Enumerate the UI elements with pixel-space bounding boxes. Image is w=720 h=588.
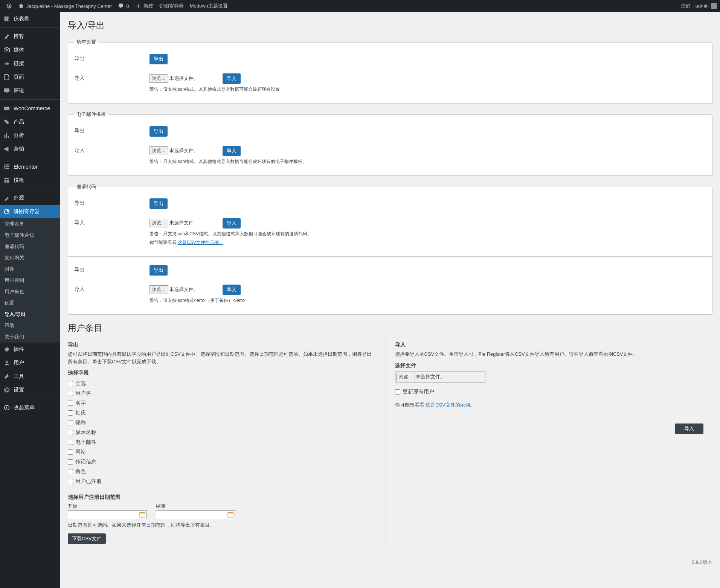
- admin-bar-right[interactable]: 您好，admin: [681, 3, 717, 9]
- sub-attachments[interactable]: 附件: [0, 264, 60, 275]
- menu-tools[interactable]: 工具: [0, 370, 60, 383]
- invite-browse-button[interactable]: 浏览…: [149, 219, 168, 227]
- import-file-input[interactable]: 浏览…未选择文件。: [395, 372, 485, 382]
- menu-products[interactable]: 产品: [0, 115, 60, 129]
- site-name[interactable]: Jacqueline - Massage Theraphy Center: [15, 0, 115, 12]
- legend-all: 所有设置: [74, 39, 98, 46]
- sub-about[interactable]: 关于我们: [0, 331, 60, 343]
- backup-import-button[interactable]: 导入: [223, 285, 241, 295]
- all-export-button[interactable]: 导出: [149, 54, 168, 64]
- user-import-button[interactable]: 导入: [675, 423, 703, 434]
- sub-user-control[interactable]: 用户控制: [0, 275, 60, 286]
- avatar: [711, 3, 717, 9]
- all-warn: 警告：仅支持json格式。以其他格式导入数据可能会破坏现有设置: [149, 86, 702, 93]
- sub-manage-form[interactable]: 管理表单: [0, 218, 60, 230]
- comments-count[interactable]: 0: [115, 0, 132, 12]
- plugins-icon: [3, 346, 11, 353]
- pie-submenu: 管理表单 电子邮件通知 邀请代码 支付网关 附件 用户控制 用户角色 设置 导入…: [0, 218, 60, 343]
- elementor-icon: [3, 163, 11, 171]
- menu-links[interactable]: 链接: [0, 57, 60, 70]
- wp-logo[interactable]: [3, 0, 15, 12]
- backup-browse-button[interactable]: 浏览…: [149, 285, 168, 294]
- start-date-input[interactable]: [68, 510, 147, 519]
- menu-pie-register[interactable]: 饼图寄存器: [0, 205, 60, 218]
- tools-icon: [3, 373, 11, 380]
- menu-appearance[interactable]: 外观: [0, 191, 60, 205]
- menu-analytics[interactable]: 分析: [0, 129, 60, 142]
- admin-bar: Jacqueline - Massage Theraphy Center 0 新…: [0, 0, 720, 12]
- menu-media[interactable]: 媒体: [0, 43, 60, 57]
- menu-plugins[interactable]: 插件: [0, 343, 60, 356]
- sub-user-role[interactable]: 用户角色: [0, 286, 60, 297]
- end-date-input[interactable]: [156, 510, 235, 519]
- download-csv-button[interactable]: 下载CSV文件: [68, 533, 106, 544]
- field-nickname[interactable]: 昵称: [68, 418, 377, 428]
- svg-point-0: [6, 49, 8, 51]
- menu-woocommerce[interactable]: WooCommerce: [0, 102, 60, 115]
- pie-register-bar[interactable]: 饼图寄存器: [156, 0, 187, 12]
- sub-import-export[interactable]: 导入/导出: [0, 309, 60, 320]
- legend-email: 电子邮件模板: [74, 111, 108, 118]
- svg-rect-12: [228, 512, 233, 513]
- wp-version: 5.9.3版本: [68, 559, 712, 566]
- menu-marketing[interactable]: 营销: [0, 142, 60, 156]
- main-content: 导入/导出 所有设置 导出导出 导入 浏览…未选择文件。 导入 警告：仅支持js…: [60, 12, 720, 588]
- email-browse-button[interactable]: 浏览…: [149, 146, 168, 155]
- menu-pages[interactable]: 页面: [0, 70, 60, 84]
- svg-rect-4: [6, 166, 9, 167]
- home-icon: [18, 3, 24, 9]
- user-entries-title: 用户条目: [68, 322, 712, 334]
- email-export-button[interactable]: 导出: [149, 126, 168, 137]
- field-firstname[interactable]: 名字: [68, 398, 377, 408]
- field-role[interactable]: 角色: [68, 467, 377, 477]
- new-content[interactable]: 新建: [132, 0, 156, 12]
- menu-settings[interactable]: 设置: [0, 383, 60, 397]
- menu-collapse[interactable]: 收起菜单: [0, 401, 60, 414]
- calendar-icon: [139, 512, 145, 518]
- woo-icon: [3, 105, 11, 112]
- pie-icon: [3, 208, 11, 215]
- menu-blog[interactable]: 博客: [0, 30, 60, 43]
- settings-icon: [3, 386, 11, 394]
- fieldset-all-settings: 所有设置 导出导出 导入 浏览…未选择文件。 导入 警告：仅支持json格式。以…: [68, 39, 712, 104]
- sub-settings[interactable]: 设置: [0, 297, 60, 309]
- wordpress-icon: [6, 3, 12, 9]
- sub-gateway[interactable]: 支付网关: [0, 252, 60, 264]
- field-username[interactable]: 用户名: [68, 388, 377, 398]
- email-import-button[interactable]: 导入: [223, 146, 241, 156]
- all-browse-button[interactable]: 浏览…: [149, 74, 168, 83]
- menu-templates[interactable]: 模板: [0, 174, 60, 187]
- field-lastname[interactable]: 姓氏: [68, 408, 377, 418]
- sub-email-notify[interactable]: 电子邮件通知: [0, 230, 60, 241]
- invite-csv-sample-link[interactable]: 这是CSV文件的示例。: [178, 240, 223, 245]
- field-email[interactable]: 电子邮件: [68, 437, 377, 447]
- import-csv-sample-link[interactable]: 这是CSV文件的示例。: [426, 402, 475, 408]
- sub-help[interactable]: 帮助: [0, 320, 60, 331]
- modown-bar[interactable]: Modown主题设置: [187, 0, 231, 12]
- analytics-icon: [3, 132, 11, 139]
- field-bio[interactable]: 传记信息: [68, 457, 377, 467]
- date-range-heading: 选择用户注册日期范围: [68, 494, 377, 501]
- fieldset-email-templates: 电子邮件模板 导出导出 导入 浏览…未选择文件。 导入 警告：只支持json格式…: [68, 111, 712, 176]
- import-heading: 导入: [395, 341, 704, 348]
- import-desc: 选择要导入的CSV文件。单击导入时，Pie Register将从CSV文件导入所…: [395, 350, 704, 358]
- svg-rect-2: [5, 165, 6, 169]
- svg-point-7: [6, 361, 8, 363]
- sub-invite-code[interactable]: 邀请代码: [0, 241, 60, 252]
- field-registered[interactable]: 用户已注册: [68, 477, 377, 486]
- appearance-icon: [3, 194, 11, 202]
- page-title: 导入/导出: [68, 20, 712, 31]
- menu-comments[interactable]: 评论: [0, 84, 60, 97]
- all-import-button[interactable]: 导入: [223, 73, 241, 84]
- start-label: 开始: [68, 503, 147, 510]
- update-existing-checkbox[interactable]: 更新现有用户: [395, 387, 704, 397]
- menu-elementor[interactable]: Elementor: [0, 160, 60, 174]
- invite-import-button[interactable]: 导入: [223, 218, 241, 228]
- field-website[interactable]: 网站: [68, 447, 377, 457]
- backup-export-button[interactable]: 导出: [149, 265, 168, 276]
- field-displayname[interactable]: 显示名称: [68, 428, 377, 437]
- menu-dashboard[interactable]: 仪表盘: [0, 12, 60, 26]
- field-all[interactable]: 全选: [68, 379, 377, 388]
- menu-users[interactable]: 用户: [0, 356, 60, 370]
- invite-export-button[interactable]: 导出: [149, 198, 168, 209]
